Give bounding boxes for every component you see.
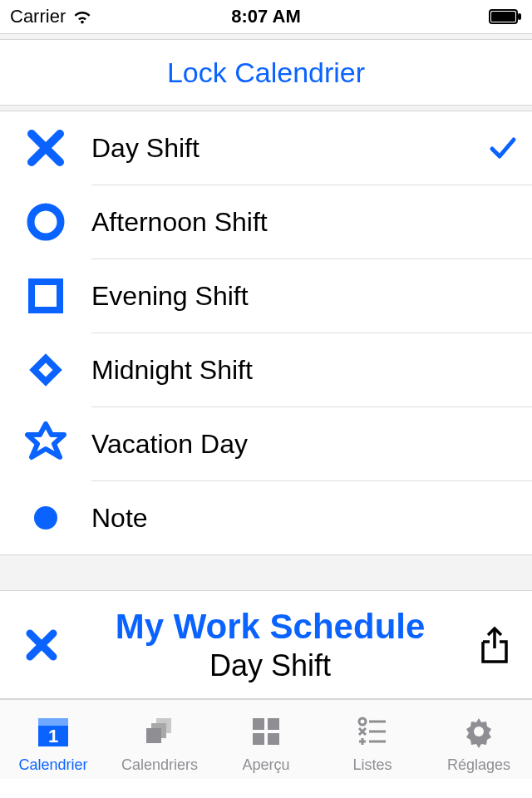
- svg-rect-5: [34, 358, 57, 382]
- svg-rect-9: [38, 718, 68, 726]
- svg-point-24: [474, 727, 484, 736]
- svg-rect-17: [268, 733, 279, 745]
- schedule-subtitle: Day Shift: [83, 648, 457, 683]
- svg-point-18: [359, 718, 366, 725]
- shift-row-vacation[interactable]: Vacation Day: [0, 407, 532, 480]
- x-icon: [0, 127, 91, 169]
- tab-reglages[interactable]: Réglages: [426, 700, 532, 779]
- shift-row-evening[interactable]: Evening Shift: [0, 259, 532, 332]
- tab-bar: 1 Calendrier Calendriers Aperçu Listes R…: [0, 699, 532, 779]
- schedule-summary: My Work Schedule Day Shift: [0, 591, 532, 699]
- tab-label: Listes: [352, 756, 392, 774]
- tab-calendriers[interactable]: Calendriers: [106, 700, 213, 779]
- tab-apercu[interactable]: Aperçu: [213, 700, 319, 779]
- svg-rect-13: [146, 728, 161, 743]
- svg-marker-6: [27, 424, 64, 457]
- lock-calendar-button[interactable]: Lock Calendrier: [0, 40, 532, 105]
- tab-label: Calendrier: [18, 756, 87, 774]
- svg-rect-16: [253, 733, 264, 745]
- svg-text:1: 1: [48, 726, 58, 746]
- shift-row-day[interactable]: Day Shift: [0, 111, 532, 185]
- tab-calendrier[interactable]: 1 Calendrier: [0, 700, 106, 779]
- svg-point-7: [34, 506, 57, 530]
- tab-listes[interactable]: Listes: [319, 700, 426, 779]
- shift-row-midnight[interactable]: Midnight Shift: [0, 333, 532, 406]
- svg-rect-1: [491, 12, 515, 22]
- battery-icon: [489, 9, 522, 24]
- svg-rect-2: [518, 13, 521, 20]
- shift-label: Midnight Shift: [91, 355, 474, 386]
- svg-rect-15: [268, 718, 279, 730]
- shift-list: Day Shift Afternoon Shift Evening Shift …: [0, 111, 532, 554]
- shift-label: Day Shift: [91, 133, 474, 164]
- tab-label: Calendriers: [121, 756, 198, 774]
- status-bar: Carrier 8:07 AM: [0, 0, 532, 33]
- shift-row-afternoon[interactable]: Afternoon Shift: [0, 185, 532, 259]
- shift-row-note[interactable]: Note: [0, 481, 532, 554]
- grid-icon: [248, 713, 284, 753]
- shift-label: Vacation Day: [91, 429, 474, 460]
- dot-icon: [0, 497, 91, 539]
- svg-rect-14: [253, 718, 264, 730]
- square-icon: [0, 275, 91, 317]
- svg-point-3: [31, 207, 61, 237]
- close-button[interactable]: [0, 627, 83, 663]
- star-icon: [0, 421, 91, 467]
- svg-rect-4: [32, 282, 60, 310]
- tab-label: Aperçu: [242, 756, 289, 774]
- calendar-day-icon: 1: [35, 713, 71, 753]
- shift-label: Evening Shift: [91, 281, 474, 312]
- shift-label: Note: [91, 503, 474, 534]
- schedule-title: My Work Schedule: [83, 607, 457, 647]
- share-button[interactable]: [457, 625, 532, 665]
- tab-label: Réglages: [447, 756, 510, 774]
- diamond-icon: [0, 347, 91, 392]
- wifi-icon: [72, 9, 92, 24]
- header-title: Lock Calendrier: [167, 57, 365, 89]
- stack-icon: [141, 713, 178, 753]
- circle-icon: [0, 201, 91, 243]
- status-carrier: Carrier: [10, 6, 66, 27]
- list-icon: [354, 713, 391, 753]
- checkmark-icon: [474, 134, 532, 162]
- gear-icon: [461, 713, 497, 753]
- shift-label: Afternoon Shift: [91, 207, 474, 238]
